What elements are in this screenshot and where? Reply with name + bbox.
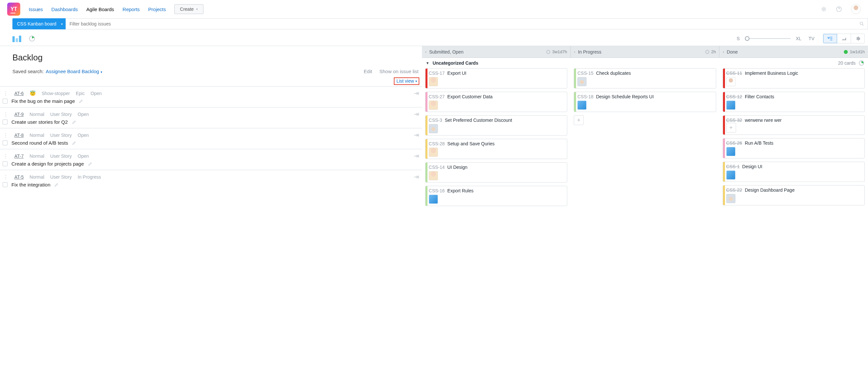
card-id[interactable]: CSS-1 xyxy=(726,164,740,169)
assignee-avatar[interactable] xyxy=(429,171,438,180)
card-id[interactable]: CSS-15 xyxy=(577,70,593,76)
card-id[interactable]: CSS-17 xyxy=(429,70,445,76)
card-id[interactable]: CSS-22 xyxy=(726,188,742,193)
card-id[interactable]: CSS-28 xyxy=(429,141,445,146)
app-logo[interactable]: YT xyxy=(7,3,20,16)
gear-icon[interactable] xyxy=(820,5,827,13)
drag-handle-icon[interactable]: ⋮ xyxy=(3,91,8,96)
issue-id-link[interactable]: AT-6 xyxy=(14,91,24,96)
view-settings-icon[interactable] xyxy=(851,34,864,43)
drag-handle-icon[interactable]: ⋮ xyxy=(3,174,8,180)
view-backlog-icon[interactable] xyxy=(823,34,837,43)
nav-reports[interactable]: Reports xyxy=(122,6,140,12)
board-card[interactable]: CSS-32werwerw rwre wer+ xyxy=(723,115,865,135)
card-id[interactable]: CSS-32 xyxy=(726,118,742,123)
issue-summary[interactable]: Fix the integration xyxy=(11,182,50,188)
move-to-board-icon[interactable] xyxy=(413,175,419,179)
board-card[interactable]: CSS-1Design UI xyxy=(723,162,865,182)
column-collapse-icon[interactable]: ‹ xyxy=(425,49,427,54)
column-collapse-icon[interactable]: ‹ xyxy=(574,49,576,54)
card-id[interactable]: CSS-27 xyxy=(429,94,445,99)
card-id[interactable]: CSS-12 xyxy=(726,94,742,99)
issue-checkbox[interactable] xyxy=(3,161,7,166)
card-size-slider[interactable] xyxy=(745,35,790,42)
backlog-filter-field[interactable] xyxy=(66,18,868,29)
backlog-edit-link[interactable]: Edit xyxy=(364,69,372,74)
assignee-avatar[interactable] xyxy=(429,195,438,204)
board-card[interactable]: CSS-15Check duplicates xyxy=(574,68,716,89)
nav-dashboards[interactable]: Dashboards xyxy=(51,6,78,12)
move-to-board-icon[interactable] xyxy=(413,112,419,117)
backlog-filter-input[interactable] xyxy=(69,21,859,27)
issue-id-link[interactable]: AT-8 xyxy=(14,133,24,138)
assignee-avatar[interactable] xyxy=(429,101,438,110)
card-id[interactable]: CSS-3 xyxy=(429,118,442,123)
issue-id-link[interactable]: AT-7 xyxy=(14,154,24,159)
issue-summary[interactable]: Create user stories for Q2 xyxy=(11,119,68,125)
board-card[interactable]: CSS-3Set Preferred Customer Discount xyxy=(425,115,567,135)
assignee-avatar[interactable] xyxy=(577,101,587,110)
card-id[interactable]: CSS-18 xyxy=(577,94,593,99)
move-to-board-icon[interactable] xyxy=(413,133,419,137)
assignee-avatar[interactable] xyxy=(726,194,736,203)
assignee-avatar[interactable] xyxy=(429,77,438,86)
edit-icon[interactable] xyxy=(54,183,59,187)
help-icon[interactable] xyxy=(835,5,842,13)
assignee-avatar[interactable] xyxy=(577,77,587,86)
board-card[interactable]: CSS-14UI Design xyxy=(425,162,567,183)
move-to-board-icon[interactable] xyxy=(413,154,419,158)
board-card[interactable]: CSS-18Design Schedule Reports UI xyxy=(574,92,716,112)
board-card[interactable]: CSS-12Filter Contacts xyxy=(723,92,865,112)
board-selector[interactable]: CSS Kanban board xyxy=(12,18,66,29)
profile-avatar[interactable] xyxy=(851,4,861,14)
drag-handle-icon[interactable]: ⋮ xyxy=(3,111,8,117)
issue-checkbox[interactable] xyxy=(3,120,7,124)
create-button[interactable]: Create▾ xyxy=(175,4,204,14)
add-assignee-icon[interactable]: + xyxy=(726,123,736,133)
issue-checkbox[interactable] xyxy=(3,182,7,187)
board-card[interactable]: CSS-22Design Dashboard Page xyxy=(723,185,865,205)
assignee-avatar[interactable] xyxy=(726,170,736,180)
assignee-avatar[interactable] xyxy=(726,147,736,156)
board-card[interactable]: CSS-27Export Customer Data xyxy=(425,92,567,112)
nav-issues[interactable]: Issues | ▾ xyxy=(29,6,43,12)
view-chart-icon[interactable] xyxy=(837,34,851,43)
show-on-issue-list-link[interactable]: Show on issue list xyxy=(379,69,418,74)
list-view-dropdown[interactable]: List view▾ xyxy=(394,77,419,85)
issue-summary[interactable]: Second round of A/B tests xyxy=(11,140,68,146)
edit-icon[interactable] xyxy=(72,120,76,124)
card-id[interactable]: CSS-16 xyxy=(429,188,445,193)
issue-id-link[interactable]: AT-5 xyxy=(14,174,24,180)
assignee-avatar[interactable] xyxy=(429,148,438,157)
search-icon[interactable] xyxy=(859,21,864,27)
nav-agile-boards[interactable]: Agile Boards xyxy=(86,6,114,12)
board-columns-icon[interactable] xyxy=(12,35,21,42)
board-pie-icon[interactable] xyxy=(29,36,35,41)
board-card[interactable]: CSS-26Run A/B Tests xyxy=(723,138,865,158)
edit-icon[interactable] xyxy=(88,162,92,166)
issue-summary[interactable]: Create a design for projects page xyxy=(11,161,84,166)
add-card-button[interactable]: + xyxy=(574,115,584,125)
nav-projects[interactable]: Projects xyxy=(148,6,166,12)
issue-checkbox[interactable] xyxy=(3,140,7,145)
drag-handle-icon[interactable]: ⋮ xyxy=(3,153,8,159)
issue-id-link[interactable]: AT-9 xyxy=(14,112,24,117)
assignee-avatar[interactable] xyxy=(726,101,736,110)
board-card[interactable]: CSS-11Implement Business Logic xyxy=(723,68,865,89)
card-id[interactable]: CSS-14 xyxy=(429,165,445,170)
drag-handle-icon[interactable]: ⋮ xyxy=(3,132,8,138)
card-id[interactable]: CSS-26 xyxy=(726,140,742,146)
assignee-avatar[interactable] xyxy=(726,77,736,86)
board-card[interactable]: CSS-28Setup and Save Quries xyxy=(425,139,567,159)
card-id[interactable]: CSS-11 xyxy=(726,70,742,76)
board-card[interactable]: CSS-17Export UI xyxy=(425,68,567,89)
board-card[interactable]: CSS-16Export Rules xyxy=(425,186,567,206)
edit-icon[interactable] xyxy=(72,141,76,145)
issue-checkbox[interactable] xyxy=(3,99,7,103)
swimlane-collapse-icon[interactable]: ▼ xyxy=(426,61,429,65)
move-to-board-icon[interactable] xyxy=(413,91,419,96)
saved-search-link[interactable]: Assignee Board Backlog ▾ xyxy=(46,69,102,74)
assignee-avatar[interactable] xyxy=(429,124,438,133)
column-collapse-icon[interactable]: ‹ xyxy=(723,49,724,54)
issue-summary[interactable]: Fix the bug on the main page xyxy=(11,98,75,104)
